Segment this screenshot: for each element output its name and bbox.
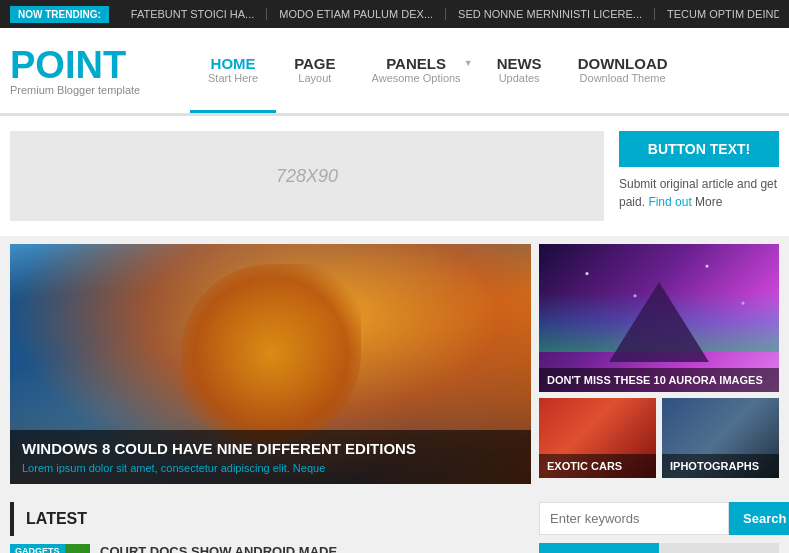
leaf-shape: [181, 264, 361, 444]
left-column: WINDOWS 8 COULD HAVE NINE DIFFERENT EDIT…: [10, 244, 531, 484]
exotic-cars-caption: EXOTIC CARS: [539, 454, 656, 478]
logo-brand: OINT: [35, 44, 126, 86]
latest-badge: GADGETS: [10, 544, 65, 553]
latest-left: LATEST GADGETS COURT DOCS SHOW ANDROID M…: [10, 502, 529, 553]
nav-panels-sub: Awesome Options: [372, 72, 461, 84]
exotic-cars-image[interactable]: EXOTIC CARS: [539, 398, 656, 478]
right-column: DON'T MISS THESE 10 AURORA IMAGES EXOTIC…: [539, 244, 779, 484]
trending-label: NOW TRENDING:: [10, 6, 109, 23]
iphotographs-image[interactable]: IPHOTOGRAPHS: [662, 398, 779, 478]
trending-item[interactable]: MODO ETIAM PAULUM DEX...: [267, 8, 446, 20]
ad-text: Submit original article and get paid. Fi…: [619, 175, 779, 211]
nav-home-label: HOME: [211, 55, 256, 72]
nav-page-sub: Layout: [298, 72, 331, 84]
logo: POINT Premium Blogger template: [10, 46, 170, 96]
latest-section: LATEST GADGETS COURT DOCS SHOW ANDROID M…: [0, 502, 789, 553]
latest-item: GADGETS COURT DOCS SHOW ANDROID MADE: [10, 544, 529, 553]
trending-items: FATEBUNT STOICI HA... MODO ETIAM PAULUM …: [119, 8, 779, 20]
tab-recent-posts[interactable]: RECENT POSTS: [659, 543, 779, 553]
nav-download-label: DOWNLOAD: [578, 55, 668, 72]
search-sidebar: Search POPULAR POSTS RECENT POSTS: [539, 502, 779, 553]
nav-download-sub: Download Theme: [580, 72, 666, 84]
nav-download[interactable]: DOWNLOAD Download Theme: [560, 28, 686, 113]
trending-item[interactable]: FATEBUNT STOICI HA...: [119, 8, 267, 20]
featured-desc-link[interactable]: Neque: [293, 462, 325, 474]
ad-link[interactable]: Find out: [648, 195, 691, 209]
featured-caption: WINDOWS 8 COULD HAVE NINE DIFFERENT EDIT…: [10, 430, 531, 484]
ad-sidebar: BUTTON TEXT! Submit original article and…: [619, 131, 779, 221]
search-input[interactable]: [539, 502, 729, 535]
logo-subtitle: Premium Blogger template: [10, 84, 170, 96]
featured-title: WINDOWS 8 COULD HAVE NINE DIFFERENT EDIT…: [22, 440, 519, 457]
latest-header: LATEST: [10, 502, 529, 536]
nav-page-label: PAGE: [294, 55, 335, 72]
iphotographs-caption: IPHOTOGRAPHS: [662, 454, 779, 478]
ad-banner: 728X90: [10, 131, 604, 221]
nav-home[interactable]: HOME Start Here: [190, 28, 276, 113]
featured-desc: Lorem ipsum dolor sit amet, consectetur …: [22, 462, 519, 474]
nav-home-sub: Start Here: [208, 72, 258, 84]
tab-buttons: POPULAR POSTS RECENT POSTS: [539, 543, 779, 553]
nav-page[interactable]: PAGE Layout: [276, 28, 353, 113]
nav-news-label: NEWS: [497, 55, 542, 72]
trending-item[interactable]: TECUM OPTIM DEIND ETI...: [655, 8, 779, 20]
chevron-down-icon: ▼: [464, 58, 473, 68]
featured-desc-text: Lorem ipsum dolor sit amet, consectetur …: [22, 462, 290, 474]
trending-item[interactable]: SED NONNE MERNINISTI LICERE...: [446, 8, 655, 20]
main-content: WINDOWS 8 COULD HAVE NINE DIFFERENT EDIT…: [0, 244, 789, 494]
featured-image[interactable]: WINDOWS 8 COULD HAVE NINE DIFFERENT EDIT…: [10, 244, 531, 484]
main-nav: HOME Start Here PAGE Layout PANELS Aweso…: [190, 28, 779, 113]
search-button[interactable]: Search: [729, 502, 789, 535]
trending-bar: NOW TRENDING: FATEBUNT STOICI HA... MODO…: [0, 0, 789, 28]
search-bar: Search: [539, 502, 779, 535]
tab-popular-posts[interactable]: POPULAR POSTS: [539, 543, 659, 553]
cta-button[interactable]: BUTTON TEXT!: [619, 131, 779, 167]
ad-section: 728X90 BUTTON TEXT! Submit original arti…: [0, 116, 789, 236]
nav-panels-label: PANELS: [386, 55, 446, 72]
header: POINT Premium Blogger template HOME Star…: [0, 28, 789, 116]
ad-more: More: [695, 195, 722, 209]
nav-news[interactable]: NEWS Updates: [479, 28, 560, 113]
latest-thumb: GADGETS: [10, 544, 90, 553]
logo-title: POINT: [10, 46, 170, 84]
nav-news-sub: Updates: [499, 72, 540, 84]
sidebar-aurora-image[interactable]: DON'T MISS THESE 10 AURORA IMAGES: [539, 244, 779, 392]
ad-banner-text: 728X90: [276, 166, 338, 187]
logo-dot: P: [10, 44, 35, 86]
mountain-decoration: [609, 282, 709, 362]
latest-article-title[interactable]: COURT DOCS SHOW ANDROID MADE: [100, 544, 337, 553]
aurora-caption: DON'T MISS THESE 10 AURORA IMAGES: [539, 368, 779, 392]
sidebar-small-images: EXOTIC CARS IPHOTOGRAPHS: [539, 398, 779, 478]
nav-panels[interactable]: PANELS Awesome Options ▼: [354, 28, 479, 113]
